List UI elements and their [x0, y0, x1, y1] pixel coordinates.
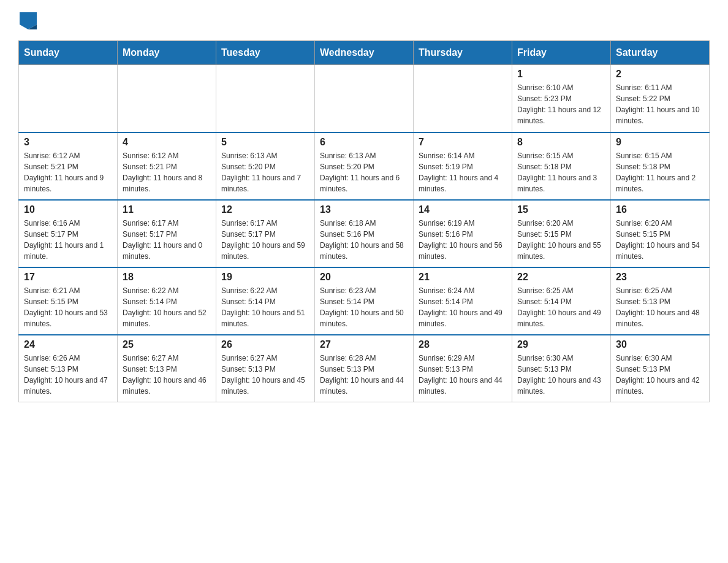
weekday-header-friday: Friday [512, 41, 611, 65]
day-number: 23 [616, 272, 704, 283]
day-number: 2 [616, 69, 704, 80]
weekday-header-sunday: Sunday [19, 41, 118, 65]
calendar-day-cell: 27Sunrise: 6:28 AMSunset: 5:13 PMDayligh… [315, 335, 414, 402]
day-number: 7 [419, 137, 507, 148]
day-info: Sunrise: 6:23 AMSunset: 5:14 PMDaylight:… [320, 285, 408, 329]
calendar-day-cell [19, 65, 118, 132]
day-number: 26 [221, 339, 309, 350]
day-info: Sunrise: 6:19 AMSunset: 5:16 PMDaylight:… [419, 218, 507, 262]
calendar-day-cell: 14Sunrise: 6:19 AMSunset: 5:16 PMDayligh… [414, 200, 512, 267]
day-info: Sunrise: 6:13 AMSunset: 5:20 PMDaylight:… [320, 150, 408, 194]
calendar-day-cell: 10Sunrise: 6:16 AMSunset: 5:17 PMDayligh… [19, 200, 118, 267]
day-number: 28 [419, 339, 507, 350]
calendar-day-cell: 20Sunrise: 6:23 AMSunset: 5:14 PMDayligh… [315, 267, 414, 335]
day-number: 20 [320, 272, 408, 283]
weekday-header-tuesday: Tuesday [216, 41, 315, 65]
calendar-day-cell: 17Sunrise: 6:21 AMSunset: 5:15 PMDayligh… [19, 267, 118, 335]
calendar-table: SundayMondayTuesdayWednesdayThursdayFrid… [18, 40, 710, 402]
calendar-week-row: 1Sunrise: 6:10 AMSunset: 5:23 PMDaylight… [19, 65, 710, 132]
day-number: 18 [123, 272, 211, 283]
calendar-day-cell: 11Sunrise: 6:17 AMSunset: 5:17 PMDayligh… [118, 200, 216, 267]
calendar-day-cell: 5Sunrise: 6:13 AMSunset: 5:20 PMDaylight… [216, 132, 315, 200]
day-info: Sunrise: 6:17 AMSunset: 5:17 PMDaylight:… [221, 218, 309, 262]
calendar-day-cell: 13Sunrise: 6:18 AMSunset: 5:16 PMDayligh… [315, 200, 414, 267]
calendar-day-cell [118, 65, 216, 132]
day-info: Sunrise: 6:11 AMSunset: 5:22 PMDaylight:… [616, 82, 704, 126]
day-number: 29 [517, 339, 605, 350]
calendar-week-row: 10Sunrise: 6:16 AMSunset: 5:17 PMDayligh… [19, 200, 710, 267]
calendar-header-row: SundayMondayTuesdayWednesdayThursdayFrid… [19, 41, 710, 65]
day-info: Sunrise: 6:27 AMSunset: 5:13 PMDaylight:… [123, 353, 211, 397]
calendar-day-cell: 21Sunrise: 6:24 AMSunset: 5:14 PMDayligh… [414, 267, 512, 335]
calendar-day-cell: 4Sunrise: 6:12 AMSunset: 5:21 PMDaylight… [118, 132, 216, 200]
day-info: Sunrise: 6:12 AMSunset: 5:21 PMDaylight:… [123, 150, 211, 194]
day-info: Sunrise: 6:25 AMSunset: 5:13 PMDaylight:… [616, 285, 704, 329]
calendar-day-cell [216, 65, 315, 132]
calendar-day-cell: 8Sunrise: 6:15 AMSunset: 5:18 PMDaylight… [512, 132, 611, 200]
calendar-day-cell: 12Sunrise: 6:17 AMSunset: 5:17 PMDayligh… [216, 200, 315, 267]
day-number: 12 [221, 204, 309, 215]
day-number: 14 [419, 204, 507, 215]
day-number: 3 [24, 137, 112, 148]
day-number: 27 [320, 339, 408, 350]
calendar-day-cell [315, 65, 414, 132]
day-number: 13 [320, 204, 408, 215]
day-info: Sunrise: 6:22 AMSunset: 5:14 PMDaylight:… [123, 285, 211, 329]
page-header [18, 12, 710, 29]
day-info: Sunrise: 6:12 AMSunset: 5:21 PMDaylight:… [24, 150, 112, 194]
day-info: Sunrise: 6:24 AMSunset: 5:14 PMDaylight:… [419, 285, 507, 329]
day-info: Sunrise: 6:18 AMSunset: 5:16 PMDaylight:… [320, 218, 408, 262]
day-info: Sunrise: 6:14 AMSunset: 5:19 PMDaylight:… [419, 150, 507, 194]
day-info: Sunrise: 6:15 AMSunset: 5:18 PMDaylight:… [517, 150, 605, 194]
calendar-week-row: 3Sunrise: 6:12 AMSunset: 5:21 PMDaylight… [19, 132, 710, 200]
calendar-day-cell: 15Sunrise: 6:20 AMSunset: 5:15 PMDayligh… [512, 200, 611, 267]
calendar-day-cell: 26Sunrise: 6:27 AMSunset: 5:13 PMDayligh… [216, 335, 315, 402]
calendar-day-cell: 28Sunrise: 6:29 AMSunset: 5:13 PMDayligh… [414, 335, 512, 402]
day-number: 8 [517, 137, 605, 148]
day-info: Sunrise: 6:21 AMSunset: 5:15 PMDaylight:… [24, 285, 112, 329]
day-info: Sunrise: 6:10 AMSunset: 5:23 PMDaylight:… [517, 82, 605, 126]
calendar-day-cell: 3Sunrise: 6:12 AMSunset: 5:21 PMDaylight… [19, 132, 118, 200]
day-info: Sunrise: 6:27 AMSunset: 5:13 PMDaylight:… [221, 353, 309, 397]
day-number: 22 [517, 272, 605, 283]
day-info: Sunrise: 6:30 AMSunset: 5:13 PMDaylight:… [517, 353, 605, 397]
day-info: Sunrise: 6:20 AMSunset: 5:15 PMDaylight:… [517, 218, 605, 262]
calendar-day-cell: 23Sunrise: 6:25 AMSunset: 5:13 PMDayligh… [611, 267, 710, 335]
day-info: Sunrise: 6:17 AMSunset: 5:17 PMDaylight:… [123, 218, 211, 262]
calendar-day-cell: 18Sunrise: 6:22 AMSunset: 5:14 PMDayligh… [118, 267, 216, 335]
day-info: Sunrise: 6:28 AMSunset: 5:13 PMDaylight:… [320, 353, 408, 397]
day-number: 17 [24, 272, 112, 283]
day-number: 6 [320, 137, 408, 148]
calendar-day-cell: 29Sunrise: 6:30 AMSunset: 5:13 PMDayligh… [512, 335, 611, 402]
day-info: Sunrise: 6:26 AMSunset: 5:13 PMDaylight:… [24, 353, 112, 397]
calendar-day-cell: 9Sunrise: 6:15 AMSunset: 5:18 PMDaylight… [611, 132, 710, 200]
day-number: 5 [221, 137, 309, 148]
calendar-day-cell: 25Sunrise: 6:27 AMSunset: 5:13 PMDayligh… [118, 335, 216, 402]
calendar-day-cell: 6Sunrise: 6:13 AMSunset: 5:20 PMDaylight… [315, 132, 414, 200]
day-number: 25 [123, 339, 211, 350]
day-number: 15 [517, 204, 605, 215]
day-number: 19 [221, 272, 309, 283]
day-number: 21 [419, 272, 507, 283]
weekday-header-monday: Monday [118, 41, 216, 65]
day-info: Sunrise: 6:25 AMSunset: 5:14 PMDaylight:… [517, 285, 605, 329]
day-info: Sunrise: 6:13 AMSunset: 5:20 PMDaylight:… [221, 150, 309, 194]
day-info: Sunrise: 6:20 AMSunset: 5:15 PMDaylight:… [616, 218, 704, 262]
day-number: 11 [123, 204, 211, 215]
calendar-week-row: 24Sunrise: 6:26 AMSunset: 5:13 PMDayligh… [19, 335, 710, 402]
weekday-header-thursday: Thursday [414, 41, 512, 65]
calendar-day-cell: 2Sunrise: 6:11 AMSunset: 5:22 PMDaylight… [611, 65, 710, 132]
day-number: 10 [24, 204, 112, 215]
weekday-header-wednesday: Wednesday [315, 41, 414, 65]
day-number: 4 [123, 137, 211, 148]
calendar-day-cell: 16Sunrise: 6:20 AMSunset: 5:15 PMDayligh… [611, 200, 710, 267]
day-number: 16 [616, 204, 704, 215]
logo-icon [20, 12, 37, 29]
weekday-header-saturday: Saturday [611, 41, 710, 65]
calendar-day-cell: 30Sunrise: 6:30 AMSunset: 5:13 PMDayligh… [611, 335, 710, 402]
day-number: 1 [517, 69, 605, 80]
day-info: Sunrise: 6:15 AMSunset: 5:18 PMDaylight:… [616, 150, 704, 194]
day-info: Sunrise: 6:30 AMSunset: 5:13 PMDaylight:… [616, 353, 704, 397]
day-info: Sunrise: 6:22 AMSunset: 5:14 PMDaylight:… [221, 285, 309, 329]
calendar-day-cell [414, 65, 512, 132]
